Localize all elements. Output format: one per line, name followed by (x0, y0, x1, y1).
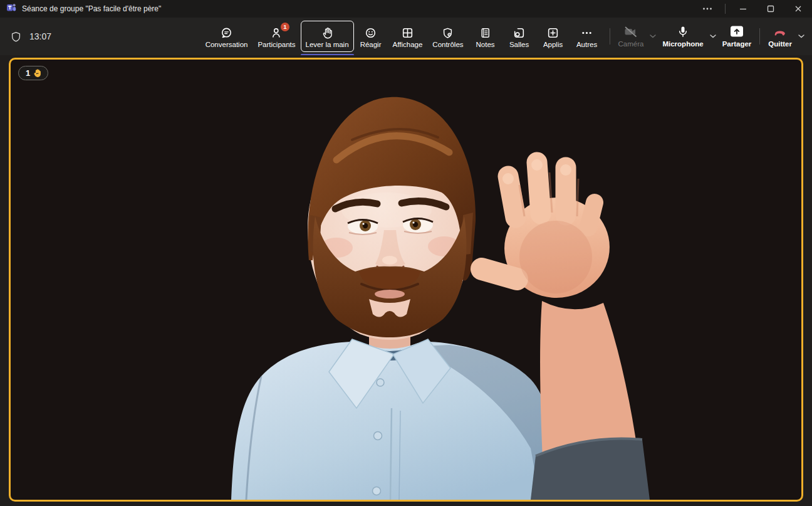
camera-button[interactable]: Caméra (616, 21, 660, 52)
toolbar-button-view[interactable]: Affichage (388, 21, 428, 52)
microphone-button[interactable]: Microphone (660, 21, 719, 52)
meeting-info: 13:07 (10, 31, 51, 43)
share-screen-icon (729, 25, 745, 39)
leave-button[interactable]: Quitter (766, 21, 808, 52)
toolbar-button-apps[interactable]: Applis (536, 21, 570, 52)
minimize-button[interactable] (729, 0, 757, 18)
gallery-grid-icon (401, 26, 414, 40)
toolbar-buttons: Conversation 1 Participants Lever la mai… (200, 18, 812, 55)
titlebar-more-button[interactable] (694, 0, 721, 18)
chat-icon (220, 26, 233, 40)
chevron-down-icon (710, 34, 716, 38)
camera-options-chevron[interactable] (646, 32, 660, 41)
toolbar-button-raise-hand[interactable]: Lever la main (301, 21, 354, 52)
more-ellipsis-icon (701, 3, 714, 15)
titlebar-separator (725, 4, 726, 14)
shield-gear-icon (441, 26, 454, 40)
maximize-button[interactable] (757, 0, 784, 18)
toolbar-button-controls[interactable]: Contrôles (427, 21, 468, 52)
breakout-rooms-icon (513, 26, 526, 40)
raised-hands-count: 1 (26, 69, 30, 77)
minimize-icon (737, 3, 749, 15)
avatar-video-tile: 1 (9, 58, 803, 502)
raised-hand-icon (321, 26, 334, 40)
toolbar-button-notes[interactable]: Notes (469, 21, 502, 52)
chevron-down-icon (798, 34, 804, 38)
hang-up-icon (772, 25, 788, 39)
avatar-3d-character (11, 60, 801, 500)
toolbar-separator (759, 28, 760, 45)
microphone-icon (676, 25, 690, 39)
microphone-options-chevron[interactable] (706, 32, 720, 41)
toolbar-button-react[interactable]: Réagir (354, 21, 388, 52)
meeting-stage: 1 (0, 55, 812, 506)
window-title: Séance de groupe "Pas facile d'être père… (22, 4, 161, 13)
participants-badge: 1 (281, 23, 289, 31)
toolbar-button-rooms[interactable]: Salles (502, 21, 536, 52)
maximize-icon (764, 3, 777, 15)
emoji-smile-icon (364, 26, 377, 40)
close-icon (792, 3, 804, 15)
titlebar: Séance de groupe "Pas facile d'être père… (0, 0, 812, 18)
apps-plus-icon (546, 26, 560, 40)
meeting-toolbar: 13:07 Conversation 1 Pa (0, 18, 812, 55)
close-button[interactable] (784, 0, 812, 18)
more-ellipsis-icon (580, 26, 593, 40)
chevron-down-icon (650, 34, 656, 38)
notes-icon (479, 26, 492, 40)
raised-hands-indicator[interactable]: 1 (18, 66, 48, 80)
camera-off-icon (623, 25, 638, 39)
titlebar-left: Séance de groupe "Pas facile d'être père… (0, 3, 161, 15)
meeting-security-shield-icon (10, 31, 22, 43)
toolbar-button-more[interactable]: Autres (570, 21, 604, 52)
window-controls (694, 0, 812, 18)
leave-options-chevron[interactable] (794, 32, 808, 41)
toolbar-button-participants[interactable]: 1 Participants (252, 21, 300, 52)
raised-hand-emoji-icon (33, 68, 42, 78)
teams-icon (6, 3, 16, 15)
meeting-timer: 13:07 (29, 31, 51, 41)
share-button[interactable]: Partager (720, 21, 754, 52)
teams-meeting-window: Séance de groupe "Pas facile d'être père… (0, 0, 812, 506)
toolbar-separator (610, 28, 610, 45)
toolbar-button-conversation[interactable]: Conversation (200, 21, 253, 52)
